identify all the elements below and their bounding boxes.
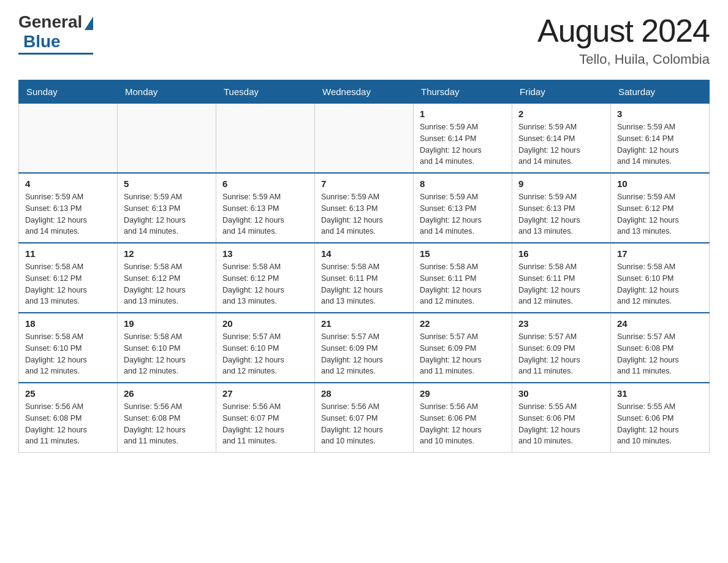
- day-info: Sunrise: 5:58 AM Sunset: 6:11 PM Dayligh…: [321, 261, 407, 307]
- calendar-cell: 14Sunrise: 5:58 AM Sunset: 6:11 PM Dayli…: [315, 243, 414, 313]
- day-number: 12: [124, 248, 210, 259]
- day-info: Sunrise: 5:59 AM Sunset: 6:12 PM Dayligh…: [617, 191, 703, 237]
- logo: General Blue: [18, 12, 93, 55]
- page-header: General Blue August 2024 Tello, Huila, C…: [18, 12, 710, 67]
- day-number: 7: [321, 178, 407, 189]
- calendar-cell: 22Sunrise: 5:57 AM Sunset: 6:09 PM Dayli…: [414, 313, 512, 383]
- day-info: Sunrise: 5:59 AM Sunset: 6:14 PM Dayligh…: [518, 121, 604, 167]
- day-info: Sunrise: 5:59 AM Sunset: 6:13 PM Dayligh…: [420, 191, 506, 237]
- day-info: Sunrise: 5:58 AM Sunset: 6:12 PM Dayligh…: [222, 261, 308, 307]
- day-number: 1: [420, 109, 506, 119]
- day-number: 2: [518, 109, 604, 119]
- day-info: Sunrise: 5:55 AM Sunset: 6:06 PM Dayligh…: [518, 401, 604, 447]
- day-info: Sunrise: 5:57 AM Sunset: 6:10 PM Dayligh…: [222, 331, 308, 377]
- day-info: Sunrise: 5:57 AM Sunset: 6:09 PM Dayligh…: [321, 331, 407, 377]
- day-number: 16: [518, 248, 604, 259]
- calendar-header-row: SundayMondayTuesdayWednesdayThursdayFrid…: [19, 80, 710, 104]
- calendar-cell: 12Sunrise: 5:58 AM Sunset: 6:12 PM Dayli…: [118, 243, 216, 313]
- calendar-cell: 29Sunrise: 5:56 AM Sunset: 6:06 PM Dayli…: [414, 383, 512, 453]
- day-info: Sunrise: 5:57 AM Sunset: 6:09 PM Dayligh…: [518, 331, 604, 377]
- day-number: 10: [617, 178, 703, 189]
- day-info: Sunrise: 5:58 AM Sunset: 6:11 PM Dayligh…: [518, 261, 604, 307]
- day-info: Sunrise: 5:59 AM Sunset: 6:13 PM Dayligh…: [321, 191, 407, 237]
- calendar-header-friday: Friday: [512, 80, 611, 104]
- calendar-cell: 28Sunrise: 5:56 AM Sunset: 6:07 PM Dayli…: [315, 383, 414, 453]
- day-number: 17: [617, 248, 703, 259]
- logo-triangle-icon: [85, 17, 93, 30]
- day-info: Sunrise: 5:58 AM Sunset: 6:12 PM Dayligh…: [124, 261, 210, 307]
- day-info: Sunrise: 5:57 AM Sunset: 6:08 PM Dayligh…: [617, 331, 703, 377]
- logo-blue-text: Blue: [23, 32, 61, 52]
- calendar-week-row: 25Sunrise: 5:56 AM Sunset: 6:08 PM Dayli…: [19, 383, 710, 453]
- day-info: Sunrise: 5:56 AM Sunset: 6:08 PM Dayligh…: [25, 401, 111, 447]
- day-number: 24: [617, 318, 703, 329]
- calendar-week-row: 18Sunrise: 5:58 AM Sunset: 6:10 PM Dayli…: [19, 313, 710, 383]
- calendar-cell: 9Sunrise: 5:59 AM Sunset: 6:13 PM Daylig…: [512, 173, 611, 243]
- calendar-week-row: 4Sunrise: 5:59 AM Sunset: 6:13 PM Daylig…: [19, 173, 710, 243]
- calendar-header-tuesday: Tuesday: [216, 80, 315, 104]
- calendar-cell: 19Sunrise: 5:58 AM Sunset: 6:10 PM Dayli…: [118, 313, 216, 383]
- day-number: 23: [518, 318, 604, 329]
- calendar-cell: [315, 104, 414, 174]
- calendar-cell: 15Sunrise: 5:58 AM Sunset: 6:11 PM Dayli…: [414, 243, 512, 313]
- calendar-cell: 31Sunrise: 5:55 AM Sunset: 6:06 PM Dayli…: [611, 383, 710, 453]
- day-number: 3: [617, 109, 703, 119]
- day-number: 31: [617, 388, 703, 399]
- day-number: 25: [25, 388, 111, 399]
- day-info: Sunrise: 5:57 AM Sunset: 6:09 PM Dayligh…: [420, 331, 506, 377]
- day-info: Sunrise: 5:56 AM Sunset: 6:07 PM Dayligh…: [222, 401, 308, 447]
- logo-underline: [18, 53, 93, 55]
- day-number: 13: [222, 248, 308, 259]
- calendar-cell: 5Sunrise: 5:59 AM Sunset: 6:13 PM Daylig…: [118, 173, 216, 243]
- calendar-cell: 20Sunrise: 5:57 AM Sunset: 6:10 PM Dayli…: [216, 313, 315, 383]
- day-info: Sunrise: 5:56 AM Sunset: 6:06 PM Dayligh…: [420, 401, 506, 447]
- calendar-cell: 26Sunrise: 5:56 AM Sunset: 6:08 PM Dayli…: [118, 383, 216, 453]
- day-info: Sunrise: 5:58 AM Sunset: 6:10 PM Dayligh…: [617, 261, 703, 307]
- day-info: Sunrise: 5:59 AM Sunset: 6:13 PM Dayligh…: [25, 191, 111, 237]
- day-info: Sunrise: 5:59 AM Sunset: 6:13 PM Dayligh…: [518, 191, 604, 237]
- day-number: 14: [321, 248, 407, 259]
- calendar-cell: 17Sunrise: 5:58 AM Sunset: 6:10 PM Dayli…: [611, 243, 710, 313]
- calendar-header-wednesday: Wednesday: [315, 80, 414, 104]
- calendar-header-saturday: Saturday: [611, 80, 710, 104]
- day-info: Sunrise: 5:58 AM Sunset: 6:12 PM Dayligh…: [25, 261, 111, 307]
- day-number: 15: [420, 248, 506, 259]
- day-number: 22: [420, 318, 506, 329]
- day-number: 5: [124, 178, 210, 189]
- day-info: Sunrise: 5:59 AM Sunset: 6:13 PM Dayligh…: [124, 191, 210, 237]
- day-number: 4: [25, 178, 111, 189]
- calendar-header-thursday: Thursday: [414, 80, 512, 104]
- day-info: Sunrise: 5:58 AM Sunset: 6:10 PM Dayligh…: [25, 331, 111, 377]
- calendar-cell: 7Sunrise: 5:59 AM Sunset: 6:13 PM Daylig…: [315, 173, 414, 243]
- location-title: Tello, Huila, Colombia: [537, 52, 710, 67]
- calendar-week-row: 11Sunrise: 5:58 AM Sunset: 6:12 PM Dayli…: [19, 243, 710, 313]
- day-info: Sunrise: 5:59 AM Sunset: 6:14 PM Dayligh…: [420, 121, 506, 167]
- calendar-cell: 13Sunrise: 5:58 AM Sunset: 6:12 PM Dayli…: [216, 243, 315, 313]
- calendar-cell: 2Sunrise: 5:59 AM Sunset: 6:14 PM Daylig…: [512, 104, 611, 174]
- day-info: Sunrise: 5:59 AM Sunset: 6:14 PM Dayligh…: [617, 121, 703, 167]
- calendar-cell: 3Sunrise: 5:59 AM Sunset: 6:14 PM Daylig…: [611, 104, 710, 174]
- calendar-cell: 21Sunrise: 5:57 AM Sunset: 6:09 PM Dayli…: [315, 313, 414, 383]
- calendar-table: SundayMondayTuesdayWednesdayThursdayFrid…: [18, 80, 710, 453]
- calendar-cell: 1Sunrise: 5:59 AM Sunset: 6:14 PM Daylig…: [414, 104, 512, 174]
- calendar-cell: 16Sunrise: 5:58 AM Sunset: 6:11 PM Dayli…: [512, 243, 611, 313]
- calendar-cell: 18Sunrise: 5:58 AM Sunset: 6:10 PM Dayli…: [19, 313, 118, 383]
- day-number: 21: [321, 318, 407, 329]
- day-number: 29: [420, 388, 506, 399]
- day-number: 19: [124, 318, 210, 329]
- day-info: Sunrise: 5:58 AM Sunset: 6:10 PM Dayligh…: [124, 331, 210, 377]
- calendar-cell: 4Sunrise: 5:59 AM Sunset: 6:13 PM Daylig…: [19, 173, 118, 243]
- calendar-cell: 24Sunrise: 5:57 AM Sunset: 6:08 PM Dayli…: [611, 313, 710, 383]
- day-info: Sunrise: 5:58 AM Sunset: 6:11 PM Dayligh…: [420, 261, 506, 307]
- day-number: 6: [222, 178, 308, 189]
- day-info: Sunrise: 5:56 AM Sunset: 6:07 PM Dayligh…: [321, 401, 407, 447]
- calendar-cell: 10Sunrise: 5:59 AM Sunset: 6:12 PM Dayli…: [611, 173, 710, 243]
- day-number: 11: [25, 248, 111, 259]
- day-number: 18: [25, 318, 111, 329]
- calendar-header-monday: Monday: [118, 80, 216, 104]
- month-title: August 2024: [537, 12, 710, 49]
- day-info: Sunrise: 5:56 AM Sunset: 6:08 PM Dayligh…: [124, 401, 210, 447]
- calendar-cell: 23Sunrise: 5:57 AM Sunset: 6:09 PM Dayli…: [512, 313, 611, 383]
- calendar-cell: 6Sunrise: 5:59 AM Sunset: 6:13 PM Daylig…: [216, 173, 315, 243]
- day-number: 28: [321, 388, 407, 399]
